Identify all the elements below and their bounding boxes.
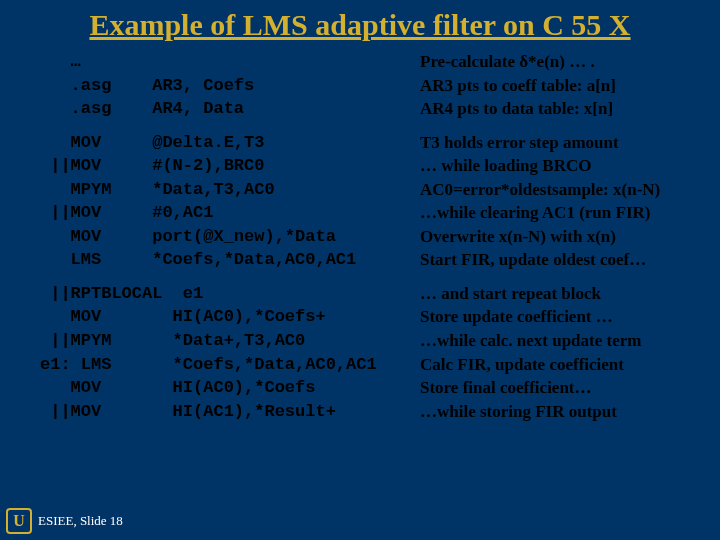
code-line: MOV port(@X_new),*Data	[40, 227, 420, 247]
note-line: …while clearing AC1 (run FIR)	[420, 203, 700, 223]
slide-content: … Pre-calculate δ*e(n) … . .asg AR3, Coe…	[0, 52, 720, 421]
code-line: MOV HI(AC0),*Coefs	[40, 378, 420, 398]
logo-icon: U	[6, 508, 32, 534]
code-line: LMS *Coefs,*Data,AC0,AC1	[40, 250, 420, 270]
slide-number: ESIEE, Slide 18	[38, 513, 123, 529]
code-line: e1: LMS *Coefs,*Data,AC0,AC1	[40, 355, 420, 375]
code-line: ||MPYM *Data+,T3,AC0	[40, 331, 420, 351]
note-line: T3 holds error step amount	[420, 133, 700, 153]
note-line: Store update coefficient …	[420, 307, 700, 327]
slide-title: Example of LMS adaptive filter on C 55 X	[0, 0, 720, 52]
note-line: Pre-calculate δ*e(n) … .	[420, 52, 700, 72]
note-line: …while calc. next update term	[420, 331, 700, 351]
code-line: ||MOV #0,AC1	[40, 203, 420, 223]
code-line: .asg AR4, Data	[40, 99, 420, 119]
code-line: …	[40, 52, 420, 72]
code-line: ||MOV #(N-2),BRC0	[40, 156, 420, 176]
note-line: Overwrite x(n-N) with x(n)	[420, 227, 700, 247]
code-line: ||MOV HI(AC1),*Result+	[40, 402, 420, 422]
note-line: AR3 pts to coeff table: a[n]	[420, 76, 700, 96]
note-line: … and start repeat block	[420, 284, 700, 304]
note-line: AC0=error*oldestsample: x(n-N)	[420, 180, 700, 200]
code-line: MOV @Delta.E,T3	[40, 133, 420, 153]
note-line: …while storing FIR output	[420, 402, 700, 422]
code-line: ||RPTBLOCAL e1	[40, 284, 420, 304]
note-line: AR4 pts to data table: x[n]	[420, 99, 700, 119]
code-line: .asg AR3, Coefs	[40, 76, 420, 96]
code-line: MPYM *Data,T3,AC0	[40, 180, 420, 200]
note-line: Store final coefficient…	[420, 378, 700, 398]
note-line: Calc FIR, update coefficient	[420, 355, 700, 375]
slide-footer: U ESIEE, Slide 18	[6, 508, 123, 534]
note-line: Start FIR, update oldest coef…	[420, 250, 700, 270]
note-line: … while loading BRCO	[420, 156, 700, 176]
code-line: MOV HI(AC0),*Coefs+	[40, 307, 420, 327]
